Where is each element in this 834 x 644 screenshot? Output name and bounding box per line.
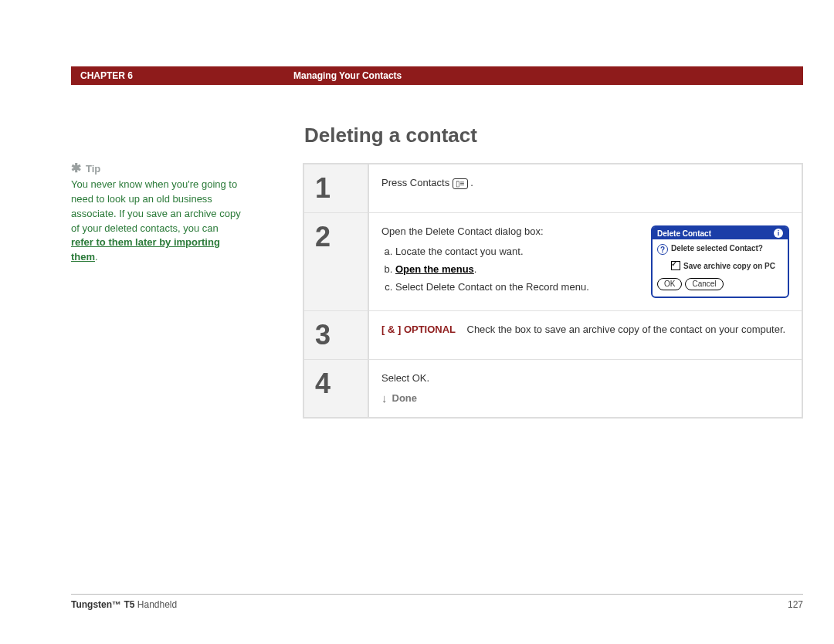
step-4-text: Select OK. [381,372,789,384]
dialog-ok-button[interactable]: OK [657,278,682,290]
step-2-body: Open the Delete Contact dialog box: Loca… [368,212,802,310]
step-2b: Open the menus. [395,263,636,277]
page-footer: Tungsten™ T5 Handheld 127 [71,594,803,610]
step-3-number: 3 [304,310,368,359]
step-2a: Locate the contact you want. [395,245,636,259]
step-3-body: [ & ] OPTIONAL Check the box to save an … [368,310,802,359]
down-arrow-icon: ↓ [381,391,388,405]
info-icon[interactable]: i [774,229,783,238]
tip-sidebar: ✱ Tip You never know when you're going t… [71,124,272,590]
archive-checkbox-label: Save archive copy on PC [683,262,775,270]
chapter-label: CHAPTER 6 [80,70,133,81]
tip-text-after: . [95,251,98,263]
dialog-question: Delete selected Contact? [671,244,763,253]
delete-contact-dialog: Delete Contact i ? Delete selected Conta… [651,225,789,298]
tip-body: You never know when you're going to need… [71,178,241,265]
step-1-row: 1 Press Contacts ▯≡ . [304,164,802,212]
dialog-cancel-button[interactable]: Cancel [685,278,723,290]
asterisk-icon: ✱ [71,162,81,175]
chapter-title: Managing Your Contacts [293,70,402,81]
tip-label: Tip [86,163,100,175]
step-table: 1 Press Contacts ▯≡ . 2 O [303,163,803,419]
step-2-row: 2 Open the Delete Contact dialog box: Lo… [304,212,802,310]
tip-text-before: You never know when you're going to need… [71,178,241,234]
contacts-icon: ▯≡ [453,178,468,189]
optional-tag: [ & ] OPTIONAL [381,324,456,335]
step-3-text: Check the box to save an archive copy of… [467,324,786,335]
step-1-number: 1 [304,164,368,212]
step-2c: Select Delete Contact on the Record menu… [395,280,636,295]
tip-link[interactable]: refer to them later by importing them [71,236,220,263]
question-icon: ? [657,244,668,255]
page-number: 127 [788,599,803,610]
done-label: Done [392,392,418,404]
step-1-text: Press Contacts [381,177,453,188]
step-3-row: 3 [ & ] OPTIONAL Check the box to save a… [304,310,802,359]
step-4-number: 4 [304,359,368,417]
checkbox-icon [671,261,680,270]
step-2-number: 2 [304,212,368,310]
step-4-row: 4 Select OK. ↓ Done [304,359,802,417]
step-2-intro: Open the Delete Contact dialog box: [381,225,636,237]
product-name: Tungsten™ T5 Handheld [71,599,177,610]
step-4-body: Select OK. ↓ Done [368,359,802,417]
dialog-title: Delete Contact [657,229,711,238]
chapter-header: CHAPTER 6 Managing Your Contacts [71,66,803,85]
archive-checkbox[interactable]: Save archive copy on PC [671,261,783,270]
step-1-body: Press Contacts ▯≡ . [368,164,802,212]
section-title: Deleting a contact [304,124,803,147]
open-menus-link[interactable]: Open the menus [395,263,474,275]
